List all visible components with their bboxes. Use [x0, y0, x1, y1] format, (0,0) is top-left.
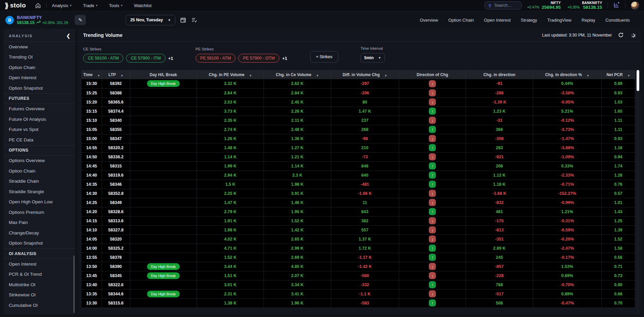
column-header-chg-in-pe-volume[interactable]: Chg. in PE Volume▲ [197, 70, 264, 79]
interval-dropdown[interactable]: 5min ▼ [361, 53, 385, 63]
cell-diff-volume-chg: 210 [331, 143, 399, 152]
sidebar-item-open-interest[interactable]: Open Interest [3, 73, 75, 83]
cell-direction-of-chg: ↑ [399, 244, 466, 253]
column-header-direction-of-chg[interactable]: Direction of Chg [399, 70, 466, 79]
sidebar-item-open-interest[interactable]: Open Interest [3, 259, 75, 269]
sort-arrow-icon[interactable]: ▲ [121, 74, 123, 77]
sidebar-item-multistrike-oi[interactable]: Multistrike OI [3, 279, 75, 290]
cell-net-pcr: 0.70 [601, 298, 635, 308]
column-header-chg-in-ce-volume[interactable]: Chg. in Ce Volume▲ [264, 70, 331, 79]
ce-more-count[interactable]: +1 [168, 56, 173, 61]
sidebar-section-futures: FUTURES [3, 93, 75, 104]
column-header-diff-in-volume-chg[interactable]: Diff. in Volume Chg▲ [331, 70, 399, 79]
sidebar-item-future-oi-analysis[interactable]: Future OI Analysis [3, 114, 75, 124]
sidebar-item-option-chain[interactable]: Option Chain [3, 166, 75, 176]
tab-constituents[interactable]: Constituents [605, 18, 630, 23]
cell-net-pcr: 1.39 [601, 225, 635, 234]
direction-down-icon: ↓ [429, 80, 436, 87]
ticker-price: 58138.15 [583, 5, 602, 10]
cell-diff-volume-chg: 1.37 K [331, 234, 399, 244]
table-scrollbar-thumb[interactable] [637, 70, 639, 91]
sidebar-item-open-high-open-low[interactable]: Open High Open Low [3, 197, 75, 207]
table-row: 14:05583204.02 K2.65 K1.37 K↓-351-0.20%1… [81, 234, 635, 244]
cell-chg-pe-volume: 1.52 K [197, 253, 264, 262]
tab-tradingview[interactable]: TradingView [547, 18, 572, 23]
sort-arrow-icon[interactable]: ▲ [587, 74, 589, 77]
sort-arrow-icon[interactable]: ▲ [316, 74, 319, 77]
ce-strike-chip[interactable]: CE 58100 - ATM [83, 54, 123, 63]
main-nav: Analysis▾Trade▾Tools▾Watchlist [52, 3, 152, 8]
sidebar-item-futures-overview[interactable]: Futures Overview [3, 104, 75, 114]
cell-diff-volume-chg: -1.1 K [331, 289, 399, 298]
sidebar-item-option-chain[interactable]: Option Chain [3, 62, 75, 73]
column-header-ltp[interactable]: LTP▲ [102, 70, 130, 79]
sort-arrow-icon[interactable]: ▲ [385, 74, 387, 77]
tab-option-chain[interactable]: Option Chain [448, 18, 474, 23]
date-selector[interactable]: 25 Nov, Tuesday ▼ [126, 15, 175, 25]
symbol-name[interactable]: BANKNIFTY [17, 15, 68, 20]
column-header-day-h-l-break[interactable]: Day H/L Break [130, 70, 197, 79]
column-header-net-pcr[interactable]: Net PCR▲ [601, 70, 635, 79]
sidebar-item-option-snapshot[interactable]: Option Snapshot [3, 83, 75, 93]
nav-item-tools[interactable]: Tools▾ [109, 3, 123, 8]
home-icon[interactable] [33, 1, 43, 9]
sidebar-item-pcr-oi-trend[interactable]: PCR & OI Trend [3, 269, 75, 280]
user-avatar[interactable] [631, 1, 639, 10]
search-input[interactable]: ⚲ Search... [485, 1, 522, 9]
column-header-time[interactable]: Time▲ [81, 70, 102, 79]
chart-add-icon[interactable] [613, 2, 620, 9]
cell-diff-volume-chg: -1.17 K [331, 253, 399, 262]
cell-chg-ce-volume: 2.11 K [264, 116, 331, 125]
column-header-chg-in-direction-%[interactable]: Chg. in direction %▲ [533, 70, 601, 79]
stolo-logo[interactable]: ⟫ stolo [5, 2, 26, 9]
cell-net-pcr: 1.74 [601, 161, 635, 171]
settings-gear-icon[interactable] [630, 32, 636, 38]
sidebar-item-max-pain[interactable]: Max Pain [3, 218, 75, 228]
sidebar-collapse-icon[interactable]: ❮ [66, 33, 70, 38]
add-strikes-button[interactable]: + Strikes [310, 51, 338, 63]
cell-chg-in-direction-pct: -0.17% [533, 253, 601, 262]
calendar-icon[interactable] [180, 17, 186, 23]
list-check-icon[interactable] [191, 17, 197, 23]
pe-strike-chip[interactable]: PE 57900 - OTM [238, 54, 279, 63]
tab-strategy[interactable]: Strategy [521, 18, 537, 23]
sidebar-item-future-vs-spot[interactable]: Future vs Spot [3, 124, 75, 135]
cell-day-hl-break [130, 207, 197, 216]
sort-arrow-icon[interactable]: ▲ [627, 74, 630, 77]
tab-overview[interactable]: Overview [420, 18, 438, 23]
tab-replay[interactable]: Replay [581, 18, 595, 23]
sidebar-item-change-decay[interactable]: Change/Decay [3, 228, 75, 238]
edit-symbol-button[interactable]: ✎ [75, 15, 86, 25]
sidebar-item-options-overview[interactable]: Options Overview [3, 156, 75, 166]
column-label: Time [83, 72, 93, 77]
cell-chg-in-direction: -228 [466, 271, 533, 280]
cell-day-hl-break: Day High Break [130, 79, 197, 88]
sort-arrow-icon[interactable]: ▲ [249, 74, 252, 77]
sidebar-scrollbar[interactable] [73, 255, 75, 313]
table-row: 14:3058352.82.25 K3.91 K-1.66 K↓-1.68 K-… [81, 189, 635, 198]
nav-item-watchlist[interactable]: Watchlist [134, 3, 151, 8]
sidebar-item-trending-oi[interactable]: Trending OI [3, 52, 75, 63]
nav-item-analysis[interactable]: Analysis▾ [52, 3, 72, 8]
pe-strike-chip[interactable]: PE 58100 - ATM [196, 54, 236, 63]
sidebar-item-straddle-chain[interactable]: Straddle Chain [3, 176, 75, 187]
tab-open-interest[interactable]: Open Interest [484, 18, 511, 23]
cell-chg-pe-volume: 2.64 K [197, 88, 264, 97]
sidebar-item-option-snapshot[interactable]: Option Snapshot [3, 238, 75, 249]
cell-direction-of-chg: ↓ [399, 79, 466, 88]
sidebar-item-straddle-strangle[interactable]: Straddle Strangle [3, 186, 75, 197]
pe-more-count[interactable]: +1 [282, 56, 287, 61]
refresh-icon[interactable] [618, 32, 624, 38]
nav-item-trade[interactable]: Trade▾ [83, 3, 98, 8]
sort-arrow-icon[interactable]: ▲ [97, 74, 100, 77]
table-scrollbar-track[interactable] [637, 70, 639, 314]
ce-strike-chip[interactable]: CE 57900 - ITM [126, 54, 165, 63]
cell-chg-ce-volume: 2.26 K [264, 107, 331, 116]
sidebar-item-cumulative-oi[interactable]: Cumulative OI [3, 300, 75, 311]
sidebar-item-pe-ce-data[interactable]: PE CE Data [3, 135, 75, 145]
sidebar-item-strikewise-oi[interactable]: Strikewise OI [3, 290, 75, 300]
column-header-chg-in-direction[interactable]: Chg. in direction [466, 70, 533, 79]
sidebar-item-options-premium[interactable]: Options Premium [3, 207, 75, 218]
chevron-down-icon: ▾ [70, 4, 72, 7]
sidebar-item-overview[interactable]: Overview [3, 42, 75, 52]
